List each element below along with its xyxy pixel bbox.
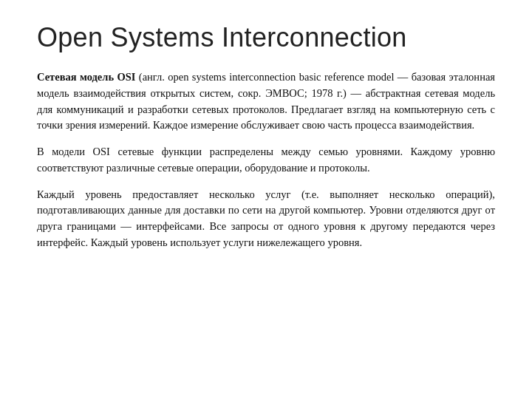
page: Open Systems Interconnection Сетевая мод… xyxy=(0,0,532,399)
paragraph-1: Сетевая модель OSI (англ. open systems i… xyxy=(37,69,495,134)
bold-term: Сетевая модель OSI xyxy=(37,71,135,83)
content-area: Сетевая модель OSI (англ. open systems i… xyxy=(37,69,495,251)
paragraph-3: Каждый уровень предоставляет несколько у… xyxy=(37,187,495,251)
page-title: Open Systems Interconnection xyxy=(37,22,495,53)
paragraph-2: В модели OSI сетевые функции распределен… xyxy=(37,144,495,177)
